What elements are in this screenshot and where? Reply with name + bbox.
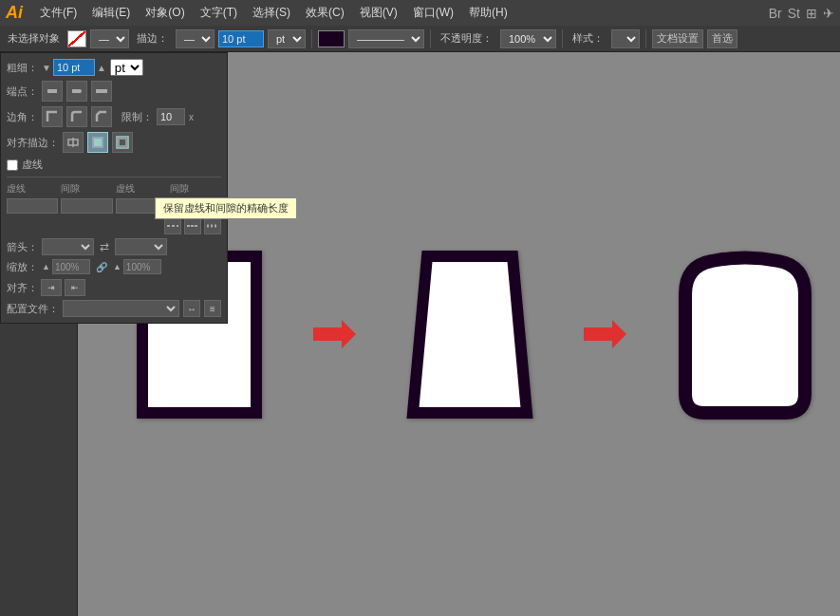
corner-round-btn[interactable]	[66, 106, 87, 127]
object-indicator: 未选择对象	[4, 29, 64, 47]
arrow-end-select[interactable]	[115, 238, 167, 255]
menu-file[interactable]: 文件(F)	[32, 2, 84, 24]
limit-label: 限制：	[121, 110, 153, 124]
svg-rect-3	[96, 89, 107, 93]
dash-align-1[interactable]	[164, 217, 181, 234]
separator-3	[562, 29, 563, 48]
scale-start-input[interactable]	[52, 259, 90, 274]
arrow-start-select[interactable]	[42, 238, 94, 255]
app-logo: Ai	[6, 3, 23, 23]
first-label-button[interactable]: 首选	[707, 29, 737, 48]
tooltip: 保留虚线和间隙的精确长度	[155, 197, 297, 219]
dash-col-4: 间隙	[170, 182, 221, 196]
dash-input-1[interactable]	[7, 198, 58, 214]
svg-rect-7	[94, 139, 102, 146]
align-center-btn[interactable]	[63, 132, 84, 153]
right-icons: Br St ⊞ ✈	[769, 6, 834, 21]
dash-col-3: 虚线	[116, 182, 167, 196]
cap-round-btn[interactable]	[66, 81, 87, 102]
menu-select[interactable]: 选择(S)	[245, 2, 298, 24]
menu-help[interactable]: 帮助(H)	[461, 2, 515, 24]
dash-input-2[interactable]	[61, 198, 112, 214]
menubar: Ai 文件(F) 编辑(E) 对象(O) 文字(T) 选择(S) 效果(C) 视…	[0, 0, 840, 26]
align-arrow-start-btn[interactable]: ⇥	[41, 279, 62, 296]
menu-window[interactable]: 窗口(W)	[405, 2, 461, 24]
weight-row: 粗细： ▼ ▲ pt	[7, 59, 221, 76]
svg-rect-0	[47, 89, 57, 93]
svg-marker-15	[413, 256, 527, 413]
weight-unit-select[interactable]: pt	[110, 59, 143, 76]
align-stroke-label: 对齐描边：	[7, 136, 59, 150]
top-toolbar: 未选择对象 — 描边： — pt ———————— 不透明度： 100% 样式：…	[0, 26, 840, 52]
scale-end-input[interactable]	[123, 259, 161, 274]
menu-edit[interactable]: 编辑(E)	[84, 2, 138, 24]
profile-label: 配置文件：	[7, 302, 59, 316]
scale-up-icon-2: ▲	[113, 262, 121, 271]
shape-rounded-trapezoid	[674, 247, 816, 422]
menu-object[interactable]: 对象(O)	[138, 2, 192, 24]
arrow-1	[313, 320, 356, 348]
dash-col-2: 间隙	[61, 182, 112, 196]
cap-square-btn[interactable]	[91, 81, 112, 102]
cap-butt-btn[interactable]	[42, 81, 63, 102]
style-select[interactable]	[611, 29, 640, 48]
corner-bevel-btn[interactable]	[91, 106, 112, 127]
opacity-select[interactable]: 100%	[500, 29, 556, 48]
doc-settings-button[interactable]: 文档设置	[652, 29, 703, 48]
corner-label: 边角：	[7, 110, 38, 124]
align-arrow-label: 对齐：	[7, 281, 38, 295]
stroke-label: 描边：	[133, 29, 172, 47]
stroke-style-select[interactable]: ————————	[348, 29, 424, 48]
arrow-icon-2	[584, 320, 626, 348]
stroke-icon-select[interactable]: —	[176, 29, 215, 48]
stroke-color-swatch[interactable]	[318, 30, 345, 47]
dash-col-1: 虚线	[7, 182, 58, 196]
profile-flip-btn[interactable]: ↔	[183, 300, 200, 317]
scale-row: 缩放： ▲ 🔗 ▲	[7, 259, 221, 274]
arrow-2	[584, 320, 626, 348]
share-icon[interactable]: ✈	[823, 6, 834, 21]
weight-down-arrow[interactable]: ▼	[42, 63, 51, 73]
grid-icon[interactable]: ⊞	[806, 6, 817, 21]
stroke-panel: 粗细： ▼ ▲ pt 端点： 边角： 限制	[0, 52, 228, 324]
stroke-unit-select[interactable]: pt	[268, 29, 306, 48]
svg-marker-14	[313, 320, 356, 348]
profile-select[interactable]	[63, 300, 179, 317]
fill-stroke-swatch[interactable]	[67, 30, 86, 47]
profile-row: 配置文件： ↔ ≡	[7, 300, 221, 317]
opacity-label: 不透明度：	[437, 29, 496, 47]
weight-input[interactable]	[53, 59, 95, 76]
dash-label-row: 虚线 间隙 虚线 间隙	[7, 182, 221, 196]
object-type-select[interactable]: —	[90, 29, 129, 48]
arrow-row: 箭头： ⇄	[7, 238, 221, 255]
menu-type[interactable]: 文字(T)	[193, 2, 245, 24]
limit-x: x	[189, 112, 194, 122]
shape-trapezoid	[403, 247, 536, 422]
weight-label: 粗细：	[7, 61, 38, 75]
stock-icon[interactable]: St	[788, 6, 800, 21]
arrow-label: 箭头：	[7, 240, 38, 254]
dash-checkbox[interactable]	[7, 159, 18, 171]
separator-2	[430, 29, 431, 48]
profile-options-btn[interactable]: ≡	[204, 300, 221, 317]
dash-align-3[interactable]	[204, 217, 221, 234]
svg-point-2	[78, 89, 82, 93]
stroke-width-input[interactable]	[218, 30, 264, 47]
corner-row: 边角： 限制： x	[7, 106, 221, 127]
svg-marker-16	[584, 320, 626, 348]
scale-up-icon: ▲	[42, 262, 50, 271]
corner-miter-btn[interactable]	[42, 106, 63, 127]
align-arrow-end-btn[interactable]: ⇤	[65, 279, 85, 296]
bridge-icon[interactable]: Br	[769, 6, 782, 21]
align-outside-btn[interactable]	[112, 132, 133, 153]
dash-label: 虚线	[22, 158, 43, 172]
separator-1	[311, 29, 312, 48]
arrow-divider: ⇄	[100, 240, 109, 253]
limit-input[interactable]	[157, 108, 185, 125]
dash-align-2[interactable]	[184, 217, 201, 234]
align-inside-btn[interactable]	[87, 132, 108, 153]
menu-view[interactable]: 视图(V)	[352, 2, 405, 24]
cap-row: 端点：	[7, 81, 221, 102]
weight-up-arrow[interactable]: ▲	[97, 63, 106, 73]
menu-effect[interactable]: 效果(C)	[298, 2, 352, 24]
